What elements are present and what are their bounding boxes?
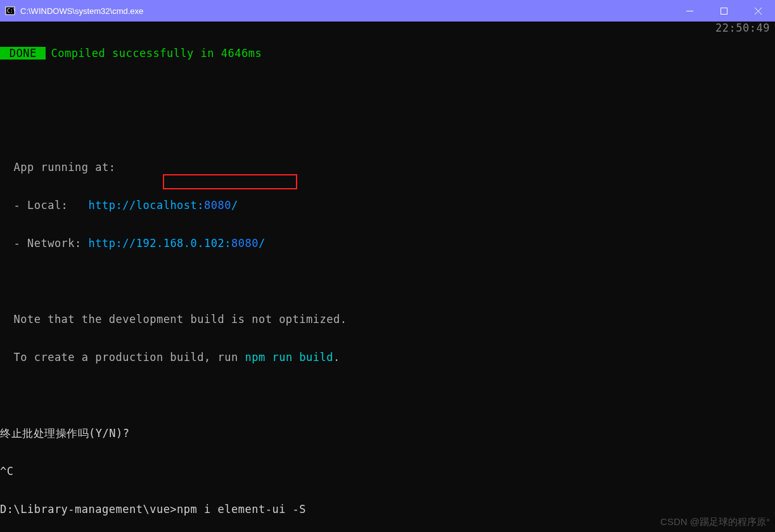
local-label: - Local: <box>0 199 89 212</box>
maximize-button[interactable] <box>707 0 741 22</box>
local-url: http://localhost: <box>89 199 205 212</box>
network-label: - Network: <box>0 237 89 250</box>
done-message: Compiled successfully in 4646ms <box>51 47 262 60</box>
local-port: 8080 <box>204 199 231 212</box>
network-url: http://192.168.0.102: <box>89 237 231 250</box>
network-port: 8080 <box>231 237 259 250</box>
close-button[interactable] <box>741 0 775 22</box>
app-running-label: App running at: <box>0 161 775 174</box>
window-title: C:\WINDOWS\system32\cmd.exe <box>20 6 672 16</box>
build-note-2: To create a production build, run npm ru… <box>0 351 775 364</box>
blank-line <box>0 85 775 98</box>
done-badge: DONE <box>0 47 46 60</box>
status-line: DONE Compiled successfully in 4646ms 22:… <box>0 47 775 60</box>
local-slash: / <box>231 199 238 212</box>
annotation-highlight-box <box>163 174 297 189</box>
note2-cmd: npm run build <box>245 351 333 364</box>
cmd-icon: C:\ <box>5 6 15 16</box>
window-controls <box>672 0 775 22</box>
typed-command: npm i element-ui -S <box>177 503 306 516</box>
note2-suffix: . <box>333 351 340 364</box>
terminal-viewport[interactable]: DONE Compiled successfully in 4646ms 22:… <box>0 22 775 532</box>
note2-prefix: To create a production build, run <box>0 351 245 364</box>
blank-line <box>0 275 775 288</box>
svg-text:C:\: C:\ <box>7 8 15 14</box>
command-line-1: D:\Library-management\vue>npm i element-… <box>0 503 775 516</box>
watermark: CSDN @踢足球的程序原° <box>660 516 770 528</box>
network-slash: / <box>259 237 266 250</box>
compile-timestamp: 22:50:49 <box>715 22 770 34</box>
cwd-prompt: D:\Library-management\vue> <box>0 503 177 516</box>
terminate-prompt: 终止批处理操作吗(Y/N)? <box>0 427 775 440</box>
network-url-line: - Network: http://192.168.0.102:8080/ <box>0 237 775 250</box>
build-note-1: Note that the development build is not o… <box>0 313 775 326</box>
ctrl-c: ^C <box>0 465 775 478</box>
window-titlebar: C:\ C:\WINDOWS\system32\cmd.exe <box>0 0 775 22</box>
blank-line <box>0 389 775 402</box>
blank-line <box>0 123 775 136</box>
local-url-line: - Local: http://localhost:8080/ <box>0 199 775 212</box>
svg-rect-3 <box>721 8 727 14</box>
minimize-button[interactable] <box>672 0 707 22</box>
